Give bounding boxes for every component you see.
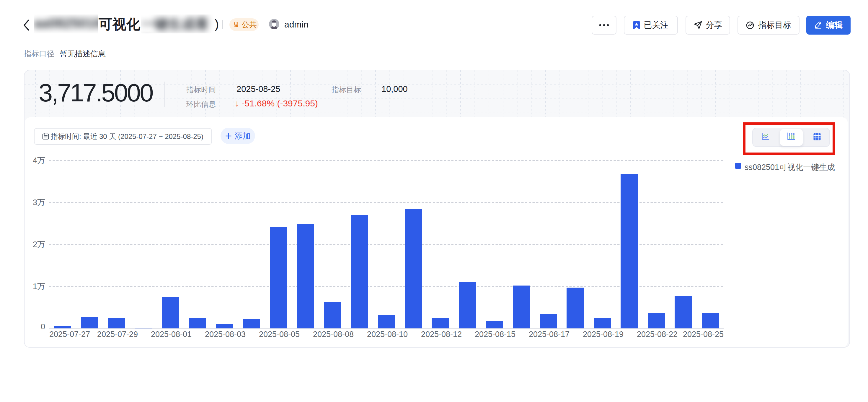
svg-text:2025-08-22: 2025-08-22 bbox=[637, 330, 678, 339]
svg-text:2025-07-29: 2025-07-29 bbox=[97, 330, 138, 339]
svg-text:2025-08-03: 2025-08-03 bbox=[205, 330, 246, 339]
svg-text:2万: 2万 bbox=[33, 240, 45, 249]
svg-text:2025-08-08: 2025-08-08 bbox=[313, 330, 354, 339]
svg-text:4万: 4万 bbox=[33, 156, 45, 165]
svg-text:2025-08-10: 2025-08-10 bbox=[367, 330, 408, 339]
svg-text:2025-08-15: 2025-08-15 bbox=[475, 330, 516, 339]
svg-text:1万: 1万 bbox=[33, 282, 45, 291]
svg-text:2025-07-27: 2025-07-27 bbox=[49, 330, 90, 339]
svg-text:2025-08-19: 2025-08-19 bbox=[583, 330, 624, 339]
svg-text:2025-08-17: 2025-08-17 bbox=[529, 330, 569, 339]
svg-text:2025-08-05: 2025-08-05 bbox=[259, 330, 300, 339]
svg-text:3万: 3万 bbox=[33, 198, 45, 207]
svg-text:2025-08-01: 2025-08-01 bbox=[151, 330, 192, 339]
svg-text:0: 0 bbox=[41, 322, 45, 331]
svg-text:2025-08-12: 2025-08-12 bbox=[421, 330, 462, 339]
svg-text:2025-08-25: 2025-08-25 bbox=[683, 330, 724, 339]
